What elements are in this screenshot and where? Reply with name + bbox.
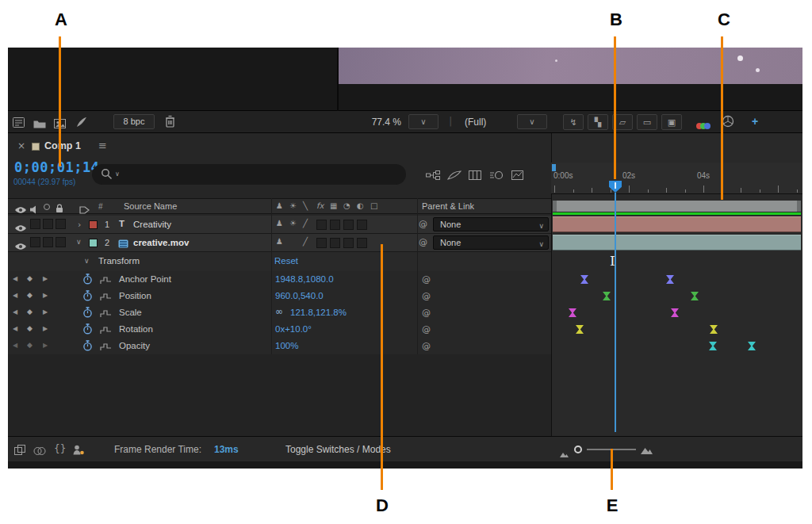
twirl-icon[interactable]: ∨ [84,258,90,265]
property-value[interactable]: 100% [275,341,298,350]
keyframe-marker[interactable] [580,275,588,284]
keyframe-marker[interactable] [691,292,699,300]
twirl-icon[interactable]: ∨ [76,239,82,246]
prev-keyframe-button[interactable]: ◀ [13,326,17,332]
column-source-name[interactable]: Source Name [124,201,177,211]
stopwatch-icon[interactable] [82,290,93,303]
magnification-dropdown[interactable]: ∨ [408,114,439,129]
next-keyframe-button[interactable]: ▶ [43,309,48,316]
lock-cell[interactable] [56,237,66,247]
transform-group-row[interactable]: ∨ Transform Reset [8,252,551,271]
solo-cell[interactable] [43,237,53,247]
search-field[interactable]: ∨ [92,164,406,185]
prev-keyframe-button[interactable]: ◀ [13,309,17,316]
tab-comp-1[interactable]: Comp 1 [44,140,81,151]
audio-toggle-cell[interactable] [30,237,40,247]
graph-icon[interactable] [100,276,112,286]
twirl-icon[interactable]: › [78,220,81,229]
label-color-swatch[interactable] [89,220,98,229]
shy-switch-icon[interactable]: ♟ [276,238,283,246]
render-time-pane-icon[interactable] [73,444,84,458]
keyframe-marker[interactable] [710,325,718,334]
search-options-chevron-icon[interactable]: ∨ [115,171,120,178]
interpret-footage-icon[interactable] [13,117,25,131]
work-area-bar[interactable] [553,201,801,212]
motion-blur-icon[interactable] [490,169,504,183]
pick-whip-icon[interactable]: @ [422,308,431,317]
property-value[interactable]: 960.0,540.0 [275,291,324,300]
frame-blend-switch-cell[interactable] [330,238,340,248]
next-keyframe-button[interactable]: ▶ [43,342,48,349]
fx-switch-cell[interactable] [316,238,327,248]
parent-dropdown[interactable]: None∨ [433,217,549,231]
lock-cell[interactable] [56,219,66,229]
keyframe-marker[interactable] [576,325,584,334]
layer-switches-pane-icon[interactable] [14,444,25,458]
prev-keyframe-button[interactable]: ◀ [13,276,17,282]
composition-mini-flowchart-icon[interactable] [426,169,440,183]
keyframe-marker[interactable] [603,292,611,300]
graph-icon[interactable] [100,293,112,303]
pick-whip-icon[interactable]: @ [422,275,431,284]
frame-blending-icon[interactable] [469,169,481,183]
layer-2-duration-bar[interactable] [553,235,801,251]
label-color-swatch[interactable] [89,239,98,247]
property-value[interactable]: 1948.8,1080.0 [275,274,334,284]
property-name[interactable]: Position [119,291,151,300]
property-row-position[interactable]: ◀ ◆ ▶ Position 960.0,540.0 @ [8,288,551,304]
collapse-switch-icon[interactable]: ☀ [289,220,297,228]
motion-blur-switch-cell[interactable] [343,220,354,230]
zoom-in-mountain-icon[interactable] [641,444,653,458]
zoom-slider-handle[interactable] [574,446,582,453]
add-keyframe-button[interactable]: ◆ [27,275,33,282]
prev-keyframe-button[interactable]: ◀ [13,342,17,349]
layer-row-1[interactable]: › 1 T Creativity ♟ ☀ ╱ @ None∨ [8,216,551,234]
next-keyframe-button[interactable]: ▶ [43,293,48,299]
layer-name[interactable]: Creativity [133,220,171,229]
panel-menu-icon[interactable]: ≡ [98,140,107,151]
transfer-controls-pane-icon[interactable] [33,445,46,459]
add-keyframe-button[interactable]: ◆ [27,292,33,299]
pick-whip-icon[interactable]: @ [419,220,427,228]
current-timecode[interactable]: 0;00;01;14 [14,159,99,175]
work-area-end-handle[interactable] [797,201,801,212]
keyframe-marker[interactable] [709,342,717,350]
audio-toggle-cell[interactable] [30,219,40,229]
in-out-pane-icon[interactable]: {} [54,444,66,453]
fx-switch-cell[interactable] [316,220,327,230]
quality-switch-icon[interactable]: ╱ [303,238,308,246]
resolution-dropdown[interactable]: ∨ [517,114,547,129]
property-row-rotation[interactable]: ◀ ◆ ▶ Rotation 0x+10.0° @ [8,321,551,338]
work-area-start-handle[interactable] [553,201,557,212]
magnification-value[interactable]: 77.4 % [354,117,401,128]
stopwatch-icon[interactable] [82,273,93,286]
pick-whip-icon[interactable]: @ [422,342,431,350]
search-input[interactable] [127,166,389,182]
parent-dropdown[interactable]: None∨ [433,235,549,250]
add-keyframe-button[interactable]: ◆ [27,308,33,316]
property-name[interactable]: Scale [119,308,142,317]
shy-switch-icon[interactable]: ♟ [276,220,283,228]
threed-switch-cell[interactable] [357,238,367,248]
stopwatch-icon[interactable] [82,307,93,319]
stopwatch-icon[interactable] [82,340,93,353]
property-row-opacity[interactable]: ◀ ◆ ▶ Opacity 100% @ [8,338,551,354]
quality-switch-icon[interactable]: ╱ [303,220,308,228]
add-keyframe-button[interactable]: ◆ [27,342,33,349]
property-value[interactable]: 0x+10.0° [275,324,312,334]
quill-icon[interactable] [76,117,87,131]
grid-guides-button[interactable]: ▣ [661,114,682,130]
pick-whip-icon[interactable]: @ [419,238,427,247]
fast-previews-button[interactable]: ↯ [563,114,584,130]
layer-1-duration-bar[interactable] [553,216,801,232]
region-of-interest-button[interactable]: ▭ [637,114,657,130]
trash-icon[interactable] [165,115,175,131]
keyframe-marker[interactable] [569,308,576,317]
close-tab-icon[interactable]: × [17,141,25,151]
graph-icon[interactable] [100,309,112,319]
prev-keyframe-button[interactable]: ◀ [13,293,17,299]
property-value[interactable]: 121.8,121.8% [290,308,347,317]
stopwatch-icon[interactable] [82,323,93,336]
keyframe-marker[interactable] [748,342,756,350]
frame-blend-switch-cell[interactable] [330,220,340,230]
